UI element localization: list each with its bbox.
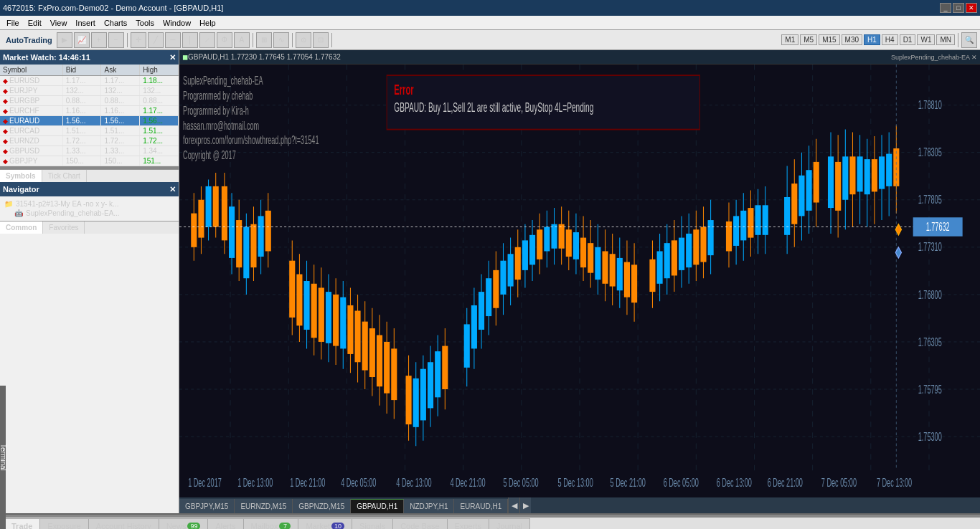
chart-tab-gbpaud-h1[interactable]: GBPAUD,H1: [351, 499, 404, 513]
chart-tab-eurnzd-m15[interactable]: EURNZD,M15: [235, 499, 293, 513]
mw-chg: 132...: [143, 87, 161, 95]
tab-signals[interactable]: Signals: [352, 518, 393, 529]
zoom-norm-btn[interactable]: ⊙: [296, 32, 311, 48]
terminal-side-tab[interactable]: Terminal: [0, 386, 6, 529]
tf-h4[interactable]: H4: [882, 34, 898, 45]
nav-ea2-icon: 🤖: [14, 209, 23, 217]
autotrading-toggle[interactable]: ▶: [57, 32, 72, 48]
close-button[interactable]: ✕: [966, 3, 977, 13]
mw-cell-bid: 1.72...: [62, 136, 101, 146]
tf-m5[interactable]: M5: [800, 34, 817, 45]
period-sep-btn[interactable]: ⊞: [256, 32, 272, 48]
tf-d1[interactable]: D1: [900, 34, 916, 45]
nav-item-ea1[interactable]: 📁 31541-p2#13-My EA -no x y- k...: [3, 199, 176, 209]
mw-row[interactable]: ◆EURNZD 1.72... 1.72... 1.72...: [0, 136, 179, 146]
svg-rect-189: [849, 156, 855, 194]
tab-market[interactable]: Market 10: [298, 518, 352, 529]
nav-item-ea2[interactable]: 🤖 SuplexPending_chehab-EA...: [3, 209, 176, 218]
mw-cell-high: 151...: [140, 156, 179, 166]
tab-exposure[interactable]: Exposure: [40, 518, 88, 529]
menu-window[interactable]: Window: [159, 18, 194, 28]
menu-insert[interactable]: Insert: [72, 18, 99, 28]
mw-symbol-icon: ◆: [3, 87, 8, 95]
mw-row[interactable]: ◆EURJPY 132... 132... 132...: [0, 86, 179, 96]
line-btn[interactable]: ╱: [148, 32, 164, 48]
chart-canvas[interactable]: 1.78810 1.78305 1.77805 1.77310 1.76800 …: [179, 65, 980, 497]
svg-rect-199: [886, 154, 892, 186]
tf-m15[interactable]: M15: [819, 34, 839, 45]
tf-m1[interactable]: M1: [781, 34, 798, 45]
svg-rect-139: [624, 262, 630, 297]
chart-tab-gbpnzd-m15[interactable]: GBPNZD,M15: [293, 499, 351, 513]
maximize-button[interactable]: □: [953, 3, 964, 13]
tab-code-base[interactable]: Code Base: [393, 518, 447, 529]
mw-row[interactable]: ◆EURAUD 1.56... 1.56... 1.56...: [0, 116, 179, 126]
mw-chg: 1.72...: [143, 137, 163, 145]
market-watch-close[interactable]: ✕: [169, 53, 176, 62]
zoom-in-btn[interactable]: +: [91, 32, 107, 48]
mw-row[interactable]: ◆EURUSD 1.17... 1.17... 1.18...: [0, 76, 179, 86]
crosshair-btn[interactable]: ✛: [131, 32, 146, 48]
tab-symbols[interactable]: Symbols: [0, 170, 42, 182]
tab-experts[interactable]: Experts: [448, 518, 489, 529]
mw-cell-bid: 1.33...: [62, 146, 101, 156]
market-watch-scroll[interactable]: Symbol Bid Ask High ◆EURUSD 1.17... 1.17…: [0, 65, 179, 166]
tab-trade[interactable]: Trade: [4, 518, 40, 529]
menu-file[interactable]: File: [3, 18, 23, 28]
hline-btn[interactable]: ─: [165, 32, 181, 48]
tf-mn[interactable]: MN: [936, 34, 955, 45]
menu-help[interactable]: Help: [196, 18, 220, 28]
tab-favorites[interactable]: Favorites: [43, 221, 85, 234]
tf-m30[interactable]: M30: [842, 34, 862, 45]
svg-rect-125: [573, 232, 579, 259]
indicator-btn[interactable]: ∿: [273, 32, 289, 48]
tab-mailbox[interactable]: Mailbox 7: [244, 518, 299, 529]
mw-row[interactable]: ◆EURCAD 1.51... 1.51... 1.51...: [0, 126, 179, 136]
mw-symbol-icon: ◆: [3, 148, 8, 155]
tab-alerts[interactable]: Alerts: [208, 518, 243, 529]
mw-row[interactable]: ◆GBPUSD 1.33... 1.33... 1.34...: [0, 146, 179, 156]
search-btn[interactable]: 🔍: [961, 32, 977, 48]
chart-tab-next[interactable]: ▶: [519, 497, 531, 513]
svg-rect-159: [708, 220, 714, 255]
menu-tools[interactable]: Tools: [132, 18, 158, 28]
mailbox-badge: 7: [279, 523, 291, 530]
svg-rect-97: [471, 305, 477, 348]
menu-edit[interactable]: Edit: [24, 18, 45, 28]
mw-row[interactable]: ◆EURCHF 1.16... 1.16... 1.17...: [0, 106, 179, 116]
svg-text:7 Dec 13:00: 7 Dec 13:00: [877, 476, 912, 490]
svg-rect-165: [740, 211, 746, 241]
svg-text:hassan.mro@hotmail.com: hassan.mro@hotmail.com: [183, 119, 259, 133]
navigator-title: Navigator: [3, 185, 39, 194]
tf-w1[interactable]: W1: [917, 34, 935, 45]
chart-tab-prev[interactable]: ◀: [508, 497, 519, 513]
tf-h1[interactable]: H1: [864, 34, 880, 45]
navigator-close[interactable]: ✕: [169, 185, 176, 194]
zoom-fit-btn[interactable]: ⊡: [313, 32, 329, 48]
mw-symbol-icon: ◆: [3, 108, 8, 115]
svg-text:6 Dec 05:00: 6 Dec 05:00: [664, 476, 699, 490]
tab-common[interactable]: Common: [0, 221, 43, 234]
tab-account-history[interactable]: Account History: [89, 518, 159, 529]
tab-tick-chart[interactable]: Tick Chart: [42, 170, 87, 182]
svg-rect-133: [602, 251, 608, 283]
text-btn[interactable]: A: [234, 32, 250, 48]
chart-tab-nzdjpy-h1[interactable]: NZDJPY,H1: [404, 499, 454, 513]
channel-btn[interactable]: ⟋: [199, 32, 215, 48]
mw-cell-high: 1.56...: [140, 116, 179, 126]
nav-ea-icon: 📁: [4, 200, 13, 208]
chart-tab-gbpjpy-m15[interactable]: GBPJPY,M15: [179, 499, 235, 513]
chart-tab-euraud-h1[interactable]: EURAUD,H1: [454, 499, 508, 513]
mw-row[interactable]: ◆GBPJPY 150... 150... 151...: [0, 156, 179, 166]
mw-row[interactable]: ◆EURGBP 0.88... 0.88... 0.88...: [0, 96, 179, 106]
menu-view[interactable]: View: [47, 18, 71, 28]
tab-news[interactable]: News 99: [159, 518, 209, 529]
fib-btn[interactable]: Φ: [217, 32, 232, 48]
minimize-button[interactable]: _: [940, 3, 951, 13]
zoom-out-btn[interactable]: −: [108, 32, 124, 48]
chart-header: ◼ GBPAUD,H1 1.77230 1.77645 1.77054 1.77…: [179, 50, 980, 65]
vline-btn[interactable]: │: [182, 32, 198, 48]
new-chart-btn[interactable]: 📈: [74, 32, 90, 48]
tab-journal[interactable]: Journal: [489, 518, 530, 529]
menu-charts[interactable]: Charts: [100, 18, 131, 28]
